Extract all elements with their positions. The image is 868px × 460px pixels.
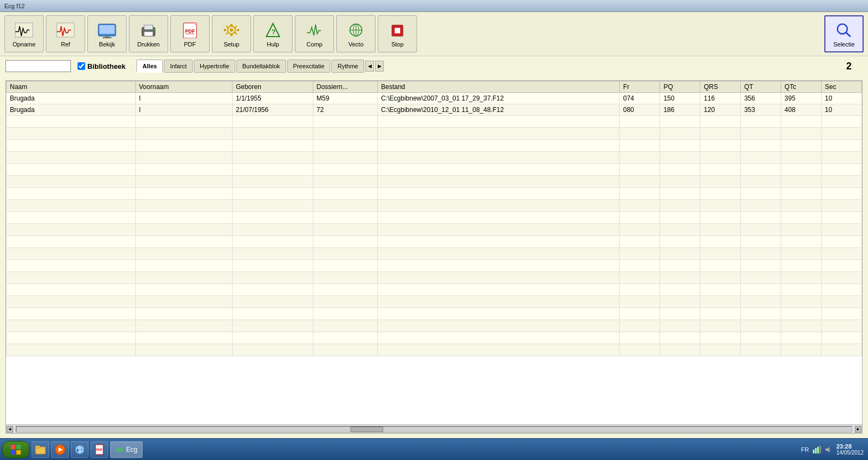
table-row[interactable]: BrugadaI21/07/195672C:\Ecgbibnew\2010_12…: [7, 104, 862, 116]
empty-cell: [620, 152, 660, 164]
ref-button[interactable]: Ref: [46, 15, 85, 52]
tab-alles[interactable]: Alles: [136, 60, 163, 73]
tab-bundeltakblok[interactable]: Bundeltakblok: [236, 60, 286, 73]
taskbar-pdf-icon[interactable]: PDF: [91, 441, 108, 458]
svg-line-20: [226, 26, 228, 28]
empty-cell: [232, 128, 313, 140]
bibliotheek-checkbox-container: Bibliotheek: [78, 62, 126, 70]
svg-line-22: [235, 26, 237, 28]
table-wrapper: Naam Voornaam Geboren Dossiern... Bestan…: [5, 80, 863, 434]
ref-label: Ref: [61, 41, 70, 48]
tabs-container: Alles Infarct Hypertrofie Bundeltakblok …: [136, 60, 384, 73]
empty-cell: [822, 308, 862, 320]
tab-infarct[interactable]: Infarct: [164, 60, 193, 73]
stop-button[interactable]: Stop: [378, 15, 417, 52]
table-row[interactable]: BrugadaI1/1/1955M59C:\Ecgbibnew\2007_03_…: [7, 93, 862, 104]
empty-cell: [822, 164, 862, 176]
empty-cell: [700, 164, 741, 176]
cell-pq: 150: [660, 93, 700, 104]
tab-hypertrofie[interactable]: Hypertrofie: [194, 60, 235, 73]
vecto-button[interactable]: Vecto: [336, 15, 376, 52]
empty-cell: [700, 140, 741, 152]
empty-cell: [781, 236, 822, 248]
empty-cell: [232, 272, 313, 284]
empty-cell: [822, 248, 862, 260]
empty-cell: [741, 116, 781, 128]
empty-cell: [135, 152, 232, 164]
empty-cell: [377, 188, 619, 200]
empty-row: [7, 260, 862, 272]
empty-cell: [700, 188, 741, 200]
opname-button[interactable]: Opname: [4, 15, 44, 52]
empty-row: [7, 116, 862, 128]
bekijk-label: Bekijk: [99, 41, 115, 48]
bekijk-button[interactable]: Bekijk: [87, 15, 127, 52]
empty-cell: [232, 332, 313, 344]
empty-cell: [7, 236, 136, 248]
hulp-button[interactable]: ? Hulp: [253, 15, 293, 52]
setup-button[interactable]: Setup: [212, 15, 251, 52]
search-input[interactable]: [5, 60, 71, 72]
empty-cell: [7, 308, 136, 320]
empty-cell: [135, 344, 232, 356]
bibliotheek-checkbox[interactable]: [78, 62, 85, 70]
empty-cell: [660, 152, 700, 164]
cell-naam: Brugada: [7, 93, 136, 104]
svg-text:e: e: [76, 448, 79, 453]
empty-cell: [660, 200, 700, 212]
search-filter-row: Bibliotheek Alles Infarct Hypertrofie Bu…: [0, 56, 868, 76]
empty-cell: [781, 164, 822, 176]
selectie-icon: [834, 21, 854, 39]
col-qrs: QRS: [700, 81, 741, 93]
empty-cell: [377, 116, 619, 128]
empty-cell: [781, 320, 822, 332]
empty-cell: [660, 296, 700, 308]
svg-rect-49: [813, 450, 815, 453]
empty-cell: [135, 188, 232, 200]
svg-rect-1: [57, 23, 74, 37]
horizontal-scrollbar[interactable]: ◄ ►: [6, 424, 862, 433]
empty-row: [7, 128, 862, 140]
empty-cell: [620, 116, 660, 128]
empty-cell: [741, 296, 781, 308]
tab-preexcitatie[interactable]: Preexcitatie: [287, 60, 330, 73]
empty-cell: [741, 284, 781, 296]
empty-cell: [377, 212, 619, 224]
selectie-button[interactable]: Selectie: [824, 15, 864, 52]
empty-cell: [781, 260, 822, 272]
empty-cell: [741, 248, 781, 260]
scroll-right-btn[interactable]: ►: [855, 426, 861, 433]
scrollbar-thumb[interactable]: [350, 427, 383, 432]
empty-cell: [741, 308, 781, 320]
scrollbar-track[interactable]: [16, 426, 852, 433]
empty-cell: [7, 248, 136, 260]
svg-text:PDF: PDF: [96, 448, 103, 451]
empty-cell: [377, 248, 619, 260]
bibliotheek-label: Bibliotheek: [87, 62, 126, 70]
cell-dossiern: M59: [313, 93, 377, 104]
svg-rect-38: [16, 450, 21, 455]
cell-qt: 353: [741, 104, 781, 116]
tab-rythme[interactable]: Rythme: [331, 60, 364, 73]
comp-button[interactable]: Comp: [295, 15, 334, 52]
pdf-button[interactable]: PDF PDF: [170, 15, 210, 52]
taskbar-media-icon[interactable]: [51, 441, 69, 458]
svg-rect-40: [35, 446, 40, 448]
svg-line-21: [235, 32, 237, 34]
empty-cell: [781, 212, 822, 224]
tab-prev-button[interactable]: ◀: [365, 61, 374, 72]
empty-cell: [377, 128, 619, 140]
empty-cell: [822, 152, 862, 164]
empty-cell: [135, 128, 232, 140]
empty-cell: [232, 116, 313, 128]
tab-next-button[interactable]: ▶: [375, 61, 384, 72]
taskbar-explorer-icon[interactable]: [32, 441, 49, 458]
drukken-button[interactable]: Drukken: [129, 15, 168, 52]
cell-dossiern: 72: [313, 104, 377, 116]
start-button[interactable]: [2, 441, 29, 458]
taskbar-ie-icon[interactable]: e: [71, 441, 88, 458]
empty-cell: [620, 188, 660, 200]
scroll-left-btn[interactable]: ◄: [7, 426, 13, 433]
empty-cell: [660, 140, 700, 152]
taskbar-ecg-button[interactable]: Ecg: [110, 441, 142, 458]
